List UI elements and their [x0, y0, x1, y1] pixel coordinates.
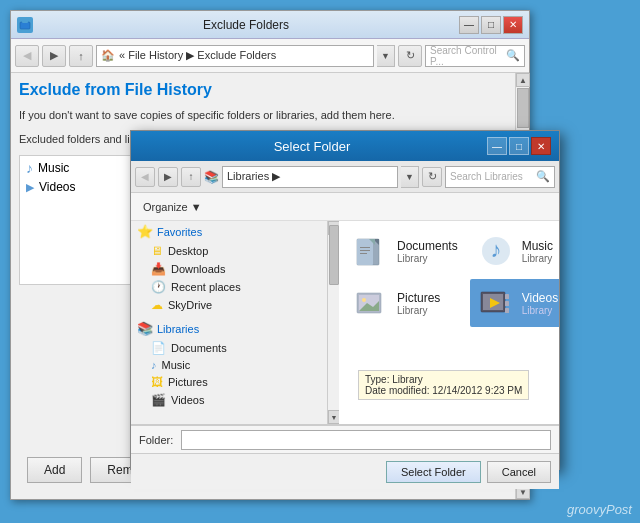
video-icon: ▶	[26, 181, 34, 194]
svg-rect-6	[360, 247, 370, 248]
nav-item-documents[interactable]: 📄 Documents	[131, 339, 327, 357]
libraries-icon: 📚	[137, 321, 153, 336]
svg-rect-20	[505, 308, 509, 313]
star-icon: ⭐	[137, 224, 153, 239]
library-item-videos[interactable]: Videos Library	[470, 279, 559, 327]
nav-item-recent[interactable]: 🕐 Recent places	[131, 278, 327, 296]
dialog-search-icon: 🔍	[536, 170, 550, 183]
nav-libraries-label: Libraries	[157, 323, 199, 335]
svg-text:♪: ♪	[490, 237, 501, 262]
select-folder-dialog: Select Folder — □ ✕ ◀ ▶ ↑ 📚 Libraries ▶ …	[130, 130, 560, 470]
select-toolbar: Organize ▼	[131, 193, 559, 221]
nav-scroll-down[interactable]: ▼	[328, 410, 339, 424]
back-button[interactable]: ◀	[15, 45, 39, 67]
recent-icon: 🕐	[151, 280, 166, 294]
nav-item-pictures[interactable]: 🖼 Pictures	[131, 373, 327, 391]
videos-lib-subtitle: Library	[522, 305, 558, 316]
pictures-lib-subtitle: Library	[397, 305, 440, 316]
svg-rect-8	[360, 253, 367, 254]
dialog-close-button[interactable]: ✕	[531, 137, 551, 155]
library-item-music[interactable]: ♪ Music Library	[470, 227, 559, 275]
cancel-button[interactable]: Cancel	[487, 461, 551, 483]
videos-lib-text: Videos Library	[522, 291, 558, 316]
music-icon: ♪	[26, 160, 33, 176]
svg-point-13	[362, 298, 366, 302]
excluded-music-label: Music	[38, 161, 69, 175]
nav-item-downloads[interactable]: 📥 Downloads	[131, 260, 327, 278]
dialog-forward-button[interactable]: ▶	[158, 167, 178, 187]
folder-label: Folder:	[139, 434, 173, 446]
documents-lib-text: Documents Library	[397, 239, 458, 264]
excluded-videos-label: Videos	[39, 180, 75, 194]
nav-scrollbar[interactable]: ▲ ▼	[327, 221, 339, 424]
dialog-minimize-button[interactable]: —	[487, 137, 507, 155]
svg-rect-18	[505, 294, 509, 299]
tooltip: Type: Library Date modified: 12/14/2012 …	[358, 370, 529, 400]
nav-videos-label: Videos	[171, 394, 204, 406]
dialog-back-button[interactable]: ◀	[135, 167, 155, 187]
dialog-buttons: Select Folder Cancel	[131, 453, 559, 489]
nav-item-skydrive[interactable]: ☁ SkyDrive	[131, 296, 327, 314]
library-item-documents[interactable]: Documents Library	[345, 227, 466, 275]
breadcrumb-icon: 🏠	[101, 49, 115, 62]
dialog-up-button[interactable]: ↑	[181, 167, 201, 187]
skydrive-icon: ☁	[151, 298, 163, 312]
pictures-lib-title: Pictures	[397, 291, 440, 305]
nav-favorites-label: Favorites	[157, 226, 202, 238]
select-folder-button[interactable]: Select Folder	[386, 461, 481, 483]
tooltip-date: Date modified: 12/14/2012 9:23 PM	[365, 385, 522, 396]
pictures-library-icon	[353, 285, 389, 321]
up-button[interactable]: ↑	[69, 45, 93, 67]
add-button[interactable]: Add	[27, 457, 82, 483]
documents-lib-title: Documents	[397, 239, 458, 253]
maximize-button[interactable]: □	[481, 16, 501, 34]
select-address-bar: ◀ ▶ ↑ 📚 Libraries ▶ ▼ ↻ Search Libraries…	[131, 161, 559, 193]
library-item-pictures[interactable]: Pictures Library	[345, 279, 466, 327]
videos-lib-title: Videos	[522, 291, 558, 305]
nav-recent-label: Recent places	[171, 281, 241, 293]
dialog-address-dropdown[interactable]: ▼	[401, 166, 419, 188]
tooltip-type: Type: Library	[365, 374, 522, 385]
nav-videos-icon: 🎬	[151, 393, 166, 407]
dialog-breadcrumb[interactable]: Libraries ▶	[222, 166, 398, 188]
main-window-icon	[17, 17, 33, 33]
nav-item-videos[interactable]: 🎬 Videos	[131, 391, 327, 409]
nav-item-music[interactable]: ♪ Music	[131, 357, 327, 373]
title-buttons: — □ ✕	[459, 16, 523, 34]
address-dropdown[interactable]: ▼	[377, 45, 395, 67]
main-address-bar: ◀ ▶ ↑ 🏠 « File History ▶ Exclude Folders…	[11, 39, 529, 73]
scroll-thumb[interactable]	[517, 88, 529, 128]
dialog-refresh-button[interactable]: ↻	[422, 167, 442, 187]
svg-rect-0	[20, 22, 30, 29]
breadcrumb-text: « File History ▶ Exclude Folders	[119, 49, 276, 62]
nav-favorites-header[interactable]: ⭐ Favorites	[131, 221, 327, 242]
organize-button[interactable]: Organize ▼	[139, 199, 206, 215]
refresh-button[interactable]: ↻	[398, 45, 422, 67]
downloads-icon: 📥	[151, 262, 166, 276]
search-box[interactable]: Search Control P... 🔍	[425, 45, 525, 67]
main-window-title: Exclude Folders	[33, 18, 459, 32]
nav-item-desktop[interactable]: 🖥 Desktop	[131, 242, 327, 260]
scroll-up[interactable]: ▲	[516, 73, 530, 87]
nav-music-label: Music	[162, 359, 191, 371]
forward-button[interactable]: ▶	[42, 45, 66, 67]
music-lib-title: Music	[522, 239, 553, 253]
dialog-search-box[interactable]: Search Libraries 🔍	[445, 166, 555, 188]
nav-documents-label: Documents	[171, 342, 227, 354]
nav-desktop-label: Desktop	[168, 245, 208, 257]
nav-libraries-header[interactable]: 📚 Libraries	[131, 318, 327, 339]
svg-rect-7	[360, 250, 370, 251]
videos-library-icon	[478, 285, 514, 321]
nav-scrollbar-thumb[interactable]	[329, 225, 339, 285]
page-title: Exclude from File History	[19, 81, 521, 99]
music-lib-text: Music Library	[522, 239, 553, 264]
close-button[interactable]: ✕	[503, 16, 523, 34]
documents-library-icon	[353, 233, 389, 269]
dialog-maximize-button[interactable]: □	[509, 137, 529, 155]
search-placeholder: Search Control P...	[430, 45, 506, 67]
minimize-button[interactable]: —	[459, 16, 479, 34]
address-breadcrumb[interactable]: 🏠 « File History ▶ Exclude Folders	[96, 45, 374, 67]
dialog-address-icon: 📚	[204, 170, 219, 184]
svg-rect-1	[22, 20, 28, 23]
folder-input[interactable]	[181, 430, 551, 450]
